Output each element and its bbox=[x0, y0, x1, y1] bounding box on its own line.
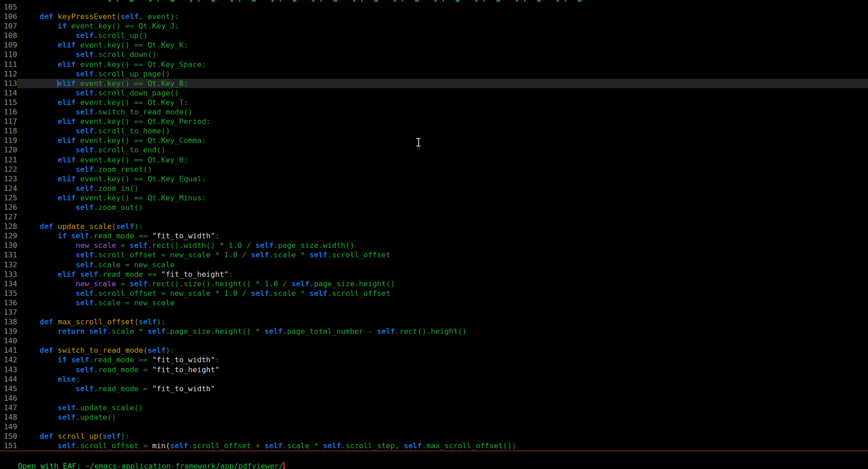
code-line[interactable]: 137 bbox=[0, 308, 868, 317]
code-text: self.zoom_in() bbox=[17, 184, 138, 193]
code-line[interactable]: 112 self.scroll_up_page() bbox=[0, 69, 868, 79]
code-line[interactable]: 126 self.zoom_out() bbox=[0, 203, 868, 212]
code-line[interactable]: 132 self.scale = new_scale bbox=[0, 260, 868, 270]
line-number: 115 bbox=[0, 98, 17, 107]
code-line[interactable]: 118 self.scroll_to_home() bbox=[0, 126, 868, 136]
code-line[interactable]: 143 self.read_mode = "fit_to_height" bbox=[0, 365, 868, 374]
ibeam-bottom-serif bbox=[416, 146, 420, 147]
code-line[interactable]: 117 elif event.key() == Qt.Key_Period: bbox=[0, 117, 868, 126]
code-line[interactable]: 149 bbox=[0, 422, 868, 431]
code-line[interactable]: 135 self.scroll_offset = new_scale * 1.0… bbox=[0, 289, 868, 298]
code-text: elif event.key() == Qt.Key_0: bbox=[17, 155, 188, 165]
code-line[interactable]: 140 bbox=[0, 336, 868, 346]
code-text: self.scroll_offset = new_scale * 1.0 / s… bbox=[17, 250, 391, 260]
code-line[interactable]: 120 self.scroll_to_end() bbox=[0, 145, 868, 155]
line-number: 105 bbox=[0, 2, 17, 12]
code-line[interactable]: 119 elif event.key() == Qt.Key_Comma: bbox=[0, 136, 868, 145]
code-text: self.scroll_up() bbox=[17, 31, 148, 40]
code-text: def max_scroll_offset(self): bbox=[17, 317, 166, 327]
line-number: 149 bbox=[0, 422, 17, 431]
ibeam-stem bbox=[418, 138, 419, 146]
code-text: return self.scale * self.page_size.heigh… bbox=[17, 327, 467, 336]
code-text: self.update_scale() bbox=[17, 403, 143, 412]
code-line[interactable]: 111 elif event.key() == Qt.Key_Space: bbox=[0, 60, 868, 69]
line-number: 113 bbox=[0, 79, 17, 88]
code-line[interactable]: 124 self.zoom_in() bbox=[0, 184, 868, 193]
clipped-top-line bbox=[109, 0, 586, 2]
code-text: elif event.key() == Qt.Key_B: bbox=[17, 79, 188, 88]
code-line[interactable]: 114 self.scroll_down_page() bbox=[0, 88, 868, 98]
code-line[interactable]: 127 bbox=[0, 212, 868, 222]
line-number: 137 bbox=[0, 308, 17, 317]
code-line[interactable]: 133 elif self.read_mode == "fit_to_heigh… bbox=[0, 270, 868, 279]
code-line[interactable]: 141 def switch_to_read_mode(self): bbox=[0, 346, 868, 355]
line-number: 150 bbox=[0, 431, 17, 441]
code-line[interactable]: 146 bbox=[0, 393, 868, 403]
code-line[interactable]: 115 elif event.key() == Qt.Key_T: bbox=[0, 98, 868, 107]
code-text bbox=[17, 422, 22, 431]
line-number: 127 bbox=[0, 212, 17, 222]
code-text: self.zoom_out() bbox=[17, 203, 143, 212]
line-number: 142 bbox=[0, 355, 17, 365]
code-line[interactable]: 145 self.read_mode = "fit_to_width" bbox=[0, 384, 868, 393]
line-number: 109 bbox=[0, 40, 17, 50]
line-number: 119 bbox=[0, 136, 17, 145]
window-separator[interactable] bbox=[0, 450, 868, 451]
line-number: 125 bbox=[0, 193, 17, 203]
code-line[interactable]: 148 self.update() bbox=[0, 412, 868, 422]
code-text: elif self.read_mode == "fit_to_height": bbox=[17, 270, 233, 279]
code-line[interactable]: 128 def update_scale(self): bbox=[0, 222, 868, 231]
line-number: 143 bbox=[0, 365, 17, 374]
code-line[interactable]: 122 self.zoom_reset() bbox=[0, 165, 868, 174]
code-line[interactable]: 108 self.scroll_up() bbox=[0, 31, 868, 40]
code-line[interactable]: 144 else: bbox=[0, 374, 868, 384]
line-number: 138 bbox=[0, 317, 17, 327]
code-text bbox=[17, 336, 22, 346]
code-line[interactable]: 106 def keyPressEvent(self, event): bbox=[0, 12, 868, 21]
code-text: self.scroll_down_page() bbox=[17, 88, 179, 98]
code-text bbox=[17, 212, 22, 222]
code-text: elif event.key() == Qt.Key_K: bbox=[17, 40, 188, 50]
code-line[interactable]: 109 elif event.key() == Qt.Key_K: bbox=[0, 40, 868, 50]
code-text: elif event.key() == Qt.Key_Space: bbox=[17, 60, 206, 69]
code-text: self.switch_to_read_mode() bbox=[17, 107, 193, 117]
code-line[interactable]: 116 self.switch_to_read_mode() bbox=[0, 107, 868, 117]
code-line[interactable]: 105 bbox=[0, 2, 868, 12]
code-text: self.scroll_down() bbox=[17, 50, 157, 59]
code-text: self.zoom_reset() bbox=[17, 165, 152, 174]
code-line[interactable]: 107 if event.key() == Qt.Key_J: bbox=[0, 21, 868, 31]
code-line[interactable]: 147 self.update_scale() bbox=[0, 403, 868, 412]
code-text: def switch_to_read_mode(self): bbox=[17, 346, 175, 355]
code-line[interactable]: 123 elif event.key() == Qt.Key_Equal: bbox=[0, 174, 868, 184]
code-text: self.scroll_to_end() bbox=[17, 145, 166, 155]
code-line[interactable]: 139 return self.scale * self.page_size.h… bbox=[0, 327, 868, 336]
code-line[interactable]: 150 def scroll_up(self): bbox=[0, 431, 868, 441]
code-text: self.update() bbox=[17, 412, 116, 422]
code-text: elif event.key() == Qt.Key_T: bbox=[17, 98, 188, 107]
line-number: 108 bbox=[0, 31, 17, 40]
minibuffer-cursor bbox=[283, 462, 285, 469]
code-text: self.read_mode = "fit_to_height" bbox=[17, 365, 219, 374]
code-line[interactable]: 131 self.scroll_offset = new_scale * 1.0… bbox=[0, 250, 868, 260]
line-number: 122 bbox=[0, 165, 17, 174]
line-number: 148 bbox=[0, 412, 17, 422]
code-text: new_scale = self.rect().size().height() … bbox=[17, 279, 395, 289]
code-line[interactable]: 142 if self.read_mode == "fit_to_width": bbox=[0, 355, 868, 365]
line-number: 136 bbox=[0, 298, 17, 308]
code-line[interactable]: 134 new_scale = self.rect().size().heigh… bbox=[0, 279, 868, 289]
code-line[interactable]: 125 elif event.key() == Qt.Key_Minus: bbox=[0, 193, 868, 203]
code-line-current[interactable]: 113 elif event.key() == Qt.Key_B: bbox=[0, 79, 868, 88]
code-line[interactable]: 130 new_scale = self.rect().width() * 1.… bbox=[0, 241, 868, 250]
line-number: 112 bbox=[0, 69, 17, 79]
line-number: 130 bbox=[0, 241, 17, 250]
minibuffer[interactable]: Open with EAF: ~/emacs-application-frame… bbox=[0, 452, 285, 462]
code-line[interactable]: 110 self.scroll_down() bbox=[0, 50, 868, 59]
code-line[interactable]: 151 self.scroll_offset = min(self.scroll… bbox=[0, 441, 868, 450]
code-line[interactable]: 129 if self.read_mode == "fit_to_width": bbox=[0, 231, 868, 241]
code-text: elif event.key() == Qt.Key_Equal: bbox=[17, 174, 206, 184]
line-number: 118 bbox=[0, 126, 17, 136]
code-line[interactable]: 121 elif event.key() == Qt.Key_0: bbox=[0, 155, 868, 165]
minibuffer-input[interactable]: ~/emacs-application-framework/app/pdfvie… bbox=[86, 462, 283, 469]
code-line[interactable]: 138 def max_scroll_offset(self): bbox=[0, 317, 868, 327]
code-line[interactable]: 136 self.scale = new_scale bbox=[0, 298, 868, 308]
